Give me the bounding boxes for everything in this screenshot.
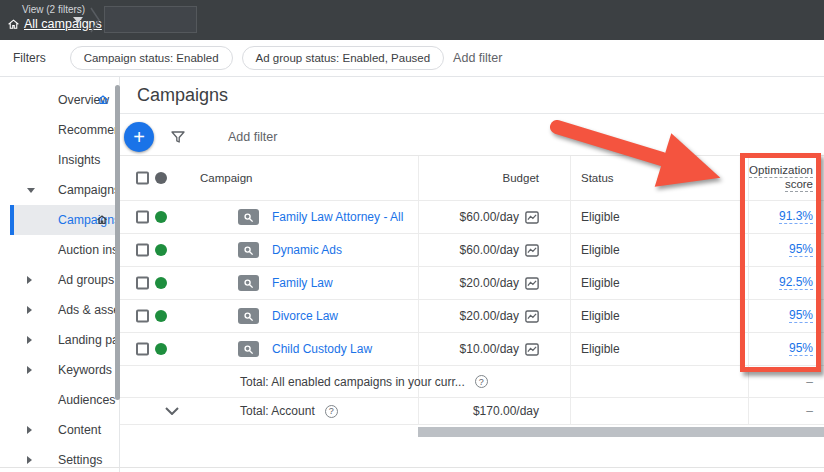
row-checkbox[interactable] <box>136 244 149 257</box>
sidebar-item-keywords[interactable]: Keywords <box>0 355 119 385</box>
sidebar-item-label: Insights <box>58 153 100 167</box>
status-value: Eligible <box>581 309 620 323</box>
view-filters-label: View (2 filters) <box>22 4 85 15</box>
caret-right-icon <box>27 426 32 434</box>
budget-value: $10.00/day <box>460 342 519 356</box>
breadcrumb-chevron-icon <box>90 7 100 37</box>
budget-value: $60.00/day <box>460 243 519 257</box>
view-selector[interactable]: All campaigns <box>7 17 102 31</box>
sidebar-item-label: Audiences <box>58 393 115 407</box>
status-enabled-dot[interactable] <box>155 343 167 355</box>
campaign-name-link[interactable]: Family Law <box>272 276 333 290</box>
sidebar-item-label: Campaigns <box>58 213 120 227</box>
sidebar-item-ads-assets[interactable]: Ads & assets <box>0 295 119 325</box>
bottom-divider <box>0 467 824 468</box>
search-campaign-type-icon <box>238 308 259 324</box>
sidebar-item-ad-groups[interactable]: Ad groups <box>0 265 119 295</box>
sidebar-item-campaigns[interactable]: Campaigns <box>13 205 119 235</box>
filters-label: Filters <box>13 51 46 65</box>
budget-value: $20.00/day <box>460 276 519 290</box>
campaign-name-link[interactable]: Family Law Attorney - All <box>272 210 403 224</box>
status-dot-column-header[interactable] <box>155 172 167 184</box>
table-add-filter-link[interactable]: Add filter <box>228 130 277 144</box>
sidebar: OverviewRecommendationsInsightsCampaigns… <box>0 77 120 472</box>
campaign-name-link[interactable]: Divorce Law <box>272 309 338 323</box>
sidebar-item-label: Ad groups <box>58 273 114 287</box>
caret-right-icon <box>27 336 32 344</box>
budget-chart-icon[interactable] <box>525 343 539 356</box>
table-row: Family Law Attorney - All$60.00/dayEligi… <box>120 201 824 234</box>
sidebar-item-label: Campaigns <box>58 183 120 197</box>
sidebar-item-campaigns-parent[interactable]: Campaigns <box>0 175 119 205</box>
home-icon <box>7 18 20 31</box>
sidebar-item-content[interactable]: Content <box>0 415 119 445</box>
filter-chip-campaign-status[interactable]: Campaign status: Enabled <box>70 46 233 70</box>
filter-chip-ad-group-status[interactable]: Ad group status: Enabled, Paused <box>242 46 445 70</box>
filter-funnel-icon[interactable] <box>170 129 186 145</box>
search-campaign-type-icon <box>238 275 259 291</box>
caret-right-icon <box>27 276 32 284</box>
budget-chart-icon[interactable] <box>525 310 539 323</box>
sidebar-item-landing-pages[interactable]: Landing pages <box>0 325 119 355</box>
campaign-name-link[interactable]: Dynamic Ads <box>272 243 342 257</box>
view-dropdown-caret-icon[interactable] <box>73 17 83 23</box>
status-enabled-dot[interactable] <box>155 310 167 322</box>
row-checkbox[interactable] <box>136 343 149 356</box>
sidebar-item-auction-insights[interactable]: Auction insights <box>0 235 119 265</box>
campaign-name-link[interactable]: Child Custody Law <box>272 342 372 356</box>
sidebar-item-label: Settings <box>58 453 102 467</box>
campaign-column-header[interactable]: Campaign <box>200 172 252 184</box>
sidebar-item-audiences[interactable]: Audiences <box>0 385 119 415</box>
add-campaign-button[interactable]: + <box>124 122 154 152</box>
total-label: Total: Account <box>240 404 315 418</box>
expand-chevron-icon[interactable] <box>165 407 179 415</box>
sidebar-item-insights[interactable]: Insights <box>0 145 119 175</box>
budget-value: $60.00/day <box>460 210 519 224</box>
budget-chart-icon[interactable] <box>525 244 539 257</box>
sidebar-item-recommendations[interactable]: Recommendations <box>0 115 119 145</box>
total-score-dash: – <box>806 375 813 389</box>
redacted-account-block <box>104 6 197 33</box>
caret-right-icon <box>27 366 32 374</box>
sidebar-item-label: Keywords <box>58 363 112 377</box>
sidebar-item-overview[interactable]: Overview <box>0 85 119 115</box>
total-row: Total: Account?$170.00/day– <box>120 398 824 425</box>
filters-bar: Filters Campaign status: Enabled Ad grou… <box>0 40 824 77</box>
sidebar-item-label: Content <box>58 423 101 437</box>
search-campaign-type-icon <box>238 209 259 225</box>
row-checkbox[interactable] <box>136 211 149 224</box>
status-value: Eligible <box>581 276 620 290</box>
table-row: Family Law$20.00/dayEligible92.5% <box>120 267 824 300</box>
select-all-checkbox[interactable] <box>136 172 149 185</box>
horizontal-scrollbar[interactable] <box>418 427 824 437</box>
total-budget-value: $170.00/day <box>473 404 539 418</box>
table-row: Child Custody Law$10.00/dayEligible95% <box>120 333 824 366</box>
add-filter-link[interactable]: Add filter <box>453 51 502 65</box>
budget-value: $20.00/day <box>460 309 519 323</box>
table-row: Dynamic Ads$60.00/dayEligible95% <box>120 234 824 267</box>
table-row: Divorce Law$20.00/dayEligible95% <box>120 300 824 333</box>
help-icon[interactable]: ? <box>325 405 338 418</box>
status-enabled-dot[interactable] <box>155 244 167 256</box>
status-enabled-dot[interactable] <box>155 277 167 289</box>
annotation-red-arrow <box>540 95 740 200</box>
caret-right-icon <box>27 306 32 314</box>
caret-down-icon <box>27 188 35 193</box>
total-label: Total: All enabled campaigns in your cur… <box>240 375 465 389</box>
total-row: Total: All enabled campaigns in your cur… <box>120 366 824 398</box>
selected-indicator <box>10 205 14 235</box>
status-enabled-dot[interactable] <box>155 211 167 223</box>
budget-chart-icon[interactable] <box>525 211 539 224</box>
help-icon[interactable]: ? <box>475 375 488 388</box>
home-icon <box>96 214 108 226</box>
budget-chart-icon[interactable] <box>525 277 539 290</box>
home-icon <box>97 94 109 106</box>
search-campaign-type-icon <box>238 341 259 357</box>
search-campaign-type-icon <box>238 242 259 258</box>
row-checkbox[interactable] <box>136 310 149 323</box>
google-ads-campaigns-screen: View (2 filters) All campaigns Filters C… <box>0 0 824 472</box>
row-checkbox[interactable] <box>136 277 149 290</box>
status-value: Eligible <box>581 210 620 224</box>
status-value: Eligible <box>581 243 620 257</box>
topbar: View (2 filters) All campaigns <box>0 0 824 40</box>
